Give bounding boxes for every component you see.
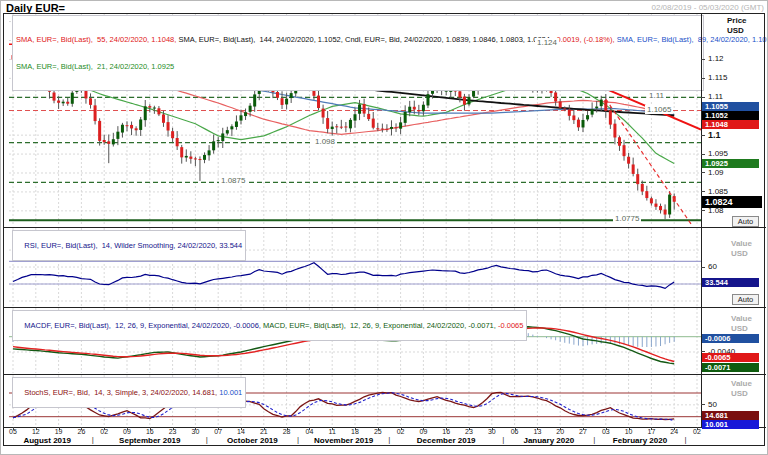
- axis-tick-1.1: 1.1: [708, 130, 721, 140]
- xaxis-day-2: 19: [55, 428, 63, 435]
- xaxis-month-august: August 2019: [23, 436, 71, 445]
- sma55-legend: SMA, EUR=, Bid(Last), 55, 24/02/2020, 1.…: [16, 35, 176, 44]
- xaxis-month-separator: |: [388, 435, 390, 444]
- xaxis-month-february: February 2020: [613, 436, 667, 445]
- xaxis-day-10: 14: [237, 428, 245, 435]
- macd-axis-title: Value USD: [731, 314, 752, 334]
- stoch-k-legend-text: StochS, EUR=, Bid, 14, 3, Simple, 3, 24/…: [24, 388, 217, 397]
- stoch-axis-title: Value USD: [731, 379, 752, 399]
- price-axis-title-line1: Price: [727, 16, 747, 26]
- level-annotation-1.0775: 1.0775: [613, 214, 641, 223]
- axis-tick-mark: [701, 191, 705, 192]
- price-axis-title: Price USD: [727, 16, 747, 36]
- level-annotation-1.11: 1.11: [647, 91, 666, 100]
- axis-tick-mark: [701, 59, 705, 60]
- macd-axis-title-line2: USD: [731, 324, 752, 334]
- xaxis-day-17: 02: [397, 428, 405, 435]
- xaxis-month-separator: |: [502, 435, 504, 444]
- macd-signal-value: -0.0065: [498, 321, 523, 330]
- rsi-legend: RSI, EUR=, Bid(Last), 14, Wilder Smoothi…: [12, 230, 246, 261]
- sma21-legend: SMA, EUR=, Bid(Last), 21, 24/02/2020, 1.…: [16, 62, 174, 71]
- xaxis-day-25: 27: [579, 428, 587, 435]
- xaxis-day-11: 21: [260, 428, 268, 435]
- price-badge-33.544: 33.544: [702, 278, 759, 287]
- stoch-axis-title-line1: Value: [731, 379, 752, 389]
- xaxis-month-separator: |: [593, 435, 595, 444]
- axis-tick-mark: [701, 78, 705, 79]
- stoch-d-value: 10.001: [219, 388, 242, 397]
- axis-tick-1.12: 1.12: [708, 54, 724, 63]
- price-axis-title-line2: USD: [727, 26, 747, 36]
- xaxis-day-21: 30: [488, 428, 496, 435]
- rsi-legend-text: RSI, EUR=, Bid(Last), 14, Wilder Smoothi…: [24, 241, 242, 250]
- level-annotation-1.0875: 1.0875: [219, 176, 247, 185]
- main-autoscale-button[interactable]: Auto: [732, 216, 759, 227]
- axis-tick-1.11: 1.11: [708, 92, 723, 101]
- macd-legend: MACDF, EUR=, Bid(Last), 12, 26, 9, Expon…: [12, 310, 527, 341]
- xaxis-month-separator: |: [206, 435, 208, 444]
- main-legend-line1: SMA, EUR=, Bid(Last), 55, 24/02/2020, 1.…: [16, 35, 700, 44]
- main-legend-line2: SMA, EUR=, Bid(Last), 21, 24/02/2020, 1.…: [16, 62, 700, 71]
- xaxis-day-22: 06: [511, 428, 519, 435]
- axis-tick-mark: [701, 172, 705, 173]
- panel-divider-2: [3, 307, 766, 308]
- sma144-candle-legend: SMA, EUR=, Bid(Last), 144, 24/02/2020, 1…: [178, 35, 552, 44]
- xaxis-day-20: 23: [465, 428, 473, 435]
- xaxis-month-separator: |: [685, 435, 687, 444]
- xaxis-month-september: September 2019: [119, 436, 180, 445]
- xaxis-day-18: 09: [419, 428, 427, 435]
- xaxis-day-3: 26: [77, 428, 85, 435]
- axis-tick-60: 60: [708, 262, 717, 271]
- rsi-autoscale-button[interactable]: Auto: [732, 294, 759, 305]
- xaxis-day-15: 18: [351, 428, 359, 435]
- axis-tick-1.09: 1.09: [708, 168, 724, 177]
- price-badge--0.0071: -0.0071: [702, 363, 759, 372]
- xaxis-day-19: 16: [442, 428, 450, 435]
- price-badge-14.681: 14.681: [702, 411, 759, 420]
- xaxis-day-0: 05: [9, 428, 17, 435]
- xaxis-day-1: 12: [32, 428, 40, 435]
- stoch-axis-title-line2: USD: [731, 389, 752, 399]
- xaxis-day-8: 30: [191, 428, 199, 435]
- net-change-legend: -0.0019, (-0.18%),: [554, 35, 614, 44]
- xaxis-month-october: October 2019: [227, 436, 278, 445]
- level-annotation-1.124: 1.124: [535, 38, 559, 47]
- rsi-axis-title-line1: Value: [731, 239, 752, 249]
- xaxis-month-separator: |: [297, 435, 299, 444]
- axis-tick-mark: [701, 135, 705, 136]
- price-badge--0.0006: -0.0006: [702, 334, 759, 343]
- axis-tick-mark: [701, 404, 705, 405]
- price-badge-1.1052: 1.1052: [702, 111, 759, 120]
- panel-divider-3: [3, 374, 766, 375]
- stoch-legend: StochS, EUR=, Bid, 14, 3, Simple, 3, 24/…: [12, 377, 246, 408]
- xaxis-day-16: 25: [374, 428, 382, 435]
- price-badge--0.0065: -0.0065: [702, 353, 759, 362]
- price-badge-1.1055: 1.1055: [702, 102, 759, 111]
- axis-tick-mark: [701, 351, 705, 352]
- price-badge-1.0925: 1.0925: [702, 159, 759, 168]
- panel-divider-1: [3, 227, 766, 228]
- axis-tick-1.085: 1.085: [708, 187, 728, 196]
- xaxis-day-13: 04: [305, 428, 313, 435]
- xaxis-day-29: 24: [670, 428, 678, 435]
- xaxis-day-27: 10: [625, 428, 633, 435]
- macd-legend-text: MACD, EUR=, Bid(Last), 12, 26, 9, Expone…: [263, 321, 496, 330]
- xaxis-day-28: 17: [647, 428, 655, 435]
- date-range-label: 02/08/2019 - 05/03/2020 (GMT): [651, 3, 764, 12]
- xaxis-day-4: 02: [100, 428, 108, 435]
- xaxis-day-30: 02: [693, 428, 701, 435]
- macd-axis-title-line1: Value: [731, 314, 752, 324]
- xaxis-month-december: December 2019: [417, 436, 476, 445]
- xaxis-month-separator: |: [92, 435, 94, 444]
- axis-tick-mark: [701, 267, 705, 268]
- axis-tick-mark: [701, 154, 705, 155]
- rsi-axis-title: Value USD: [731, 239, 752, 259]
- xaxis-day-6: 16: [146, 428, 154, 435]
- rsi-axis-title-line2: USD: [731, 249, 752, 259]
- price-badge-10.001: 10.001: [702, 420, 759, 429]
- axis-tick-mark: [701, 210, 705, 211]
- xaxis-day-14: 11: [329, 428, 336, 435]
- price-badge-1.1048: 1.1048: [702, 120, 759, 129]
- sma89-legend: SMA, EUR=, Bid(Last), 89, 24/02/2020, 1.…: [617, 35, 768, 44]
- xaxis-month-november: November 2019: [314, 436, 373, 445]
